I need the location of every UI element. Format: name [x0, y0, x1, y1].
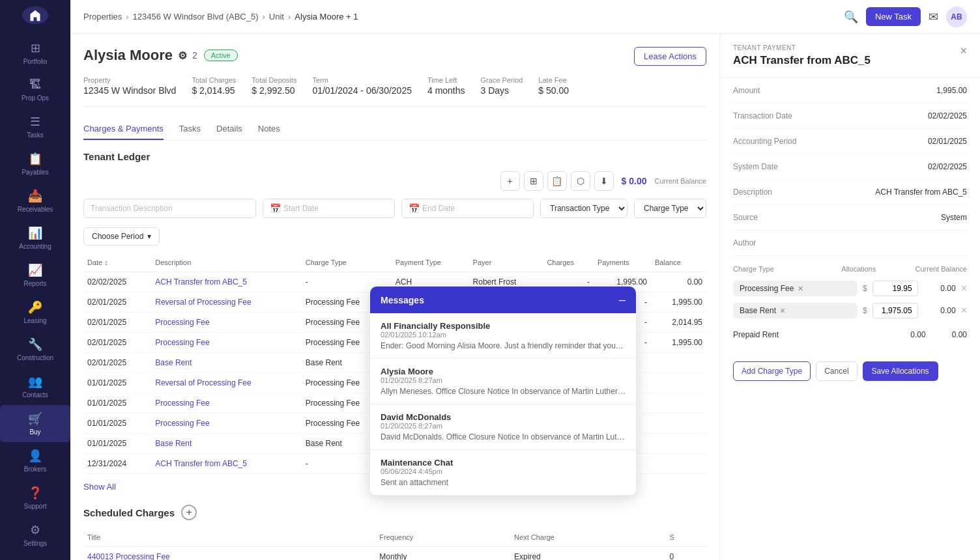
tab-notes[interactable]: Notes: [258, 119, 280, 140]
messages-close-button[interactable]: –: [619, 293, 626, 307]
panel-title: ACH Transfer from ABC_5: [733, 54, 871, 67]
col-payments: Payments: [594, 253, 651, 272]
right-panel-header: TENANT PAYMENT ACH Transfer from ABC_5 ×: [720, 34, 980, 78]
transaction-type-select[interactable]: Transaction Type: [540, 199, 627, 218]
alloc-remove-processing-fee[interactable]: ×: [798, 283, 803, 294]
detail-row: Author: [733, 231, 967, 256]
ledger-desc-link[interactable]: ACH Transfer from ABC_5: [155, 277, 247, 287]
ledger-title: Tenant Ledger: [83, 151, 706, 162]
col-sc-frequency: Frequency: [375, 528, 510, 547]
sidebar-item-prop-ops[interactable]: 🏗 Prop Ops: [0, 72, 70, 108]
panel-close-button[interactable]: ×: [960, 44, 967, 58]
list-item[interactable]: Maintenance Chat 05/06/2024 4:45pm Sent …: [370, 450, 636, 496]
cancel-button[interactable]: Cancel: [816, 361, 857, 381]
charge-type-select[interactable]: Charge Type: [634, 199, 706, 218]
ledger-desc-link[interactable]: Processing Fee: [155, 338, 209, 347]
sidebar-item-settings[interactable]: ⚙ Settings: [0, 516, 70, 553]
action-btn-4[interactable]: ⬡: [571, 171, 590, 191]
action-btn-5[interactable]: ⬇: [594, 171, 614, 191]
search-button[interactable]: 🔍: [844, 10, 858, 24]
alloc-row-processing-fee: Processing Fee × $ 0.00 ×: [733, 281, 967, 296]
sidebar-item-reports[interactable]: 📈 Reports: [0, 257, 70, 294]
sidebar-item-construction[interactable]: 🔧 Construction: [0, 331, 70, 368]
sidebar: ⊞ Portfolio 🏗 Prop Ops ☰ Tasks 📋 Payable…: [0, 0, 70, 560]
alloc-tag-processing-fee: Processing Fee ×: [733, 281, 857, 296]
panel-label: TENANT PAYMENT: [733, 44, 871, 51]
add-scheduled-button[interactable]: +: [181, 505, 197, 520]
alloc-delete-base-rent[interactable]: ×: [961, 305, 967, 316]
sidebar-item-payables[interactable]: 📋 Payables: [0, 145, 70, 182]
col-sc-title: Title: [83, 528, 375, 547]
new-task-button[interactable]: New Task: [866, 7, 921, 26]
stat-total-deposits: Total Deposits $ 2,992.50: [252, 76, 296, 96]
start-date-input[interactable]: [283, 204, 388, 213]
sidebar-item-buy[interactable]: 🛒 Buy: [0, 405, 70, 442]
tab-details[interactable]: Details: [216, 119, 242, 140]
detail-row: Accounting Period 02/01/2025: [733, 129, 967, 154]
ledger-desc-link[interactable]: Processing Fee: [155, 318, 209, 327]
ledger-desc-link[interactable]: ACH Transfer from ABC_5: [155, 459, 247, 468]
lease-actions-button[interactable]: Lease Actions: [634, 47, 706, 66]
messages-header: Messages –: [370, 287, 636, 313]
messages-title: Messages: [381, 295, 424, 305]
icon-actions: + ⊞ 📋 ⬡ ⬇: [500, 171, 614, 191]
ledger-desc-link[interactable]: Base Rent: [155, 358, 192, 367]
avatar[interactable]: AB: [946, 7, 967, 27]
action-btn-1[interactable]: +: [500, 171, 520, 191]
stat-property: Property 12345 W Windsor Blvd: [83, 76, 176, 96]
list-item[interactable]: David McDonalds 01/20/2025 8:27am David …: [370, 404, 636, 450]
scheduled-table: Title Frequency Next Charge S 440013 Pro…: [83, 528, 706, 560]
breadcrumb-current: Alysia Moore + 1: [295, 12, 358, 21]
panel-allocations: Charge Type Allocations Current Balance …: [720, 256, 980, 354]
add-charge-type-button[interactable]: Add Charge Type: [733, 361, 811, 381]
alloc-remove-base-rent[interactable]: ×: [780, 305, 785, 316]
ledger-desc-link[interactable]: Processing Fee: [155, 419, 209, 428]
breadcrumb-properties[interactable]: Properties: [83, 12, 122, 21]
alloc-amount-processing-fee[interactable]: [872, 281, 918, 296]
breadcrumb-property[interactable]: 123456 W Windsor Blvd (ABC_5): [133, 12, 259, 21]
sidebar-item-tasks[interactable]: ☰ Tasks: [0, 108, 70, 145]
description-input[interactable]: [83, 199, 256, 218]
detail-row: Description ACH Transfer from ABC_5: [733, 180, 967, 205]
action-btn-2[interactable]: ⊞: [524, 171, 543, 191]
alloc-amount-base-rent[interactable]: [872, 303, 918, 318]
list-item[interactable]: All Financially Responsible 02/01/2025 1…: [370, 313, 636, 359]
sidebar-item-contacts[interactable]: 👥 Contacts: [0, 368, 70, 405]
action-btn-3[interactable]: 📋: [547, 171, 567, 191]
col-sc-s: S: [665, 528, 706, 547]
tab-tasks[interactable]: Tasks: [179, 119, 201, 140]
balance-row: + ⊞ 📋 ⬡ ⬇ $ 0.00 Current Balance: [83, 171, 706, 191]
period-button[interactable]: Choose Period ▾: [83, 227, 160, 245]
stat-grace-period: Grace Period 3 Days: [481, 76, 523, 96]
stat-total-charges: Total Charges $ 2,014.95: [192, 76, 236, 96]
sidebar-item-accounting[interactable]: 📊 Accounting: [0, 219, 70, 257]
sidebar-item-brokers[interactable]: 👤 Brokers: [0, 442, 70, 479]
sidebar-item-leasing[interactable]: 🔑 Leasing: [0, 294, 70, 331]
scheduled-title-link[interactable]: 440013 Processing Fee: [87, 552, 170, 560]
ledger-desc-link[interactable]: Reversal of Processing Fee: [155, 378, 251, 387]
col-date: Date ↕: [83, 253, 151, 272]
sidebar-item-support[interactable]: ❓ Support: [0, 479, 70, 516]
list-item[interactable]: Alysia Moore 01/20/2025 8:27am Allyn Men…: [370, 359, 636, 404]
allocations-header: Charge Type Allocations Current Balance: [733, 265, 967, 275]
prepaid-row: Prepaid Rent 0.00 0.00: [733, 325, 967, 344]
mail-button[interactable]: ✉: [929, 10, 938, 24]
stats-row: Property 12345 W Windsor Blvd Total Char…: [83, 76, 706, 107]
messages-list: All Financially Responsible 02/01/2025 1…: [370, 313, 636, 496]
sidebar-item-portfolio[interactable]: ⊞ Portfolio: [0, 35, 70, 72]
construction-icon: 🔧: [28, 337, 42, 352]
ledger-desc-link[interactable]: Base Rent: [155, 439, 192, 448]
ledger-desc-link[interactable]: Reversal of Processing Fee: [155, 298, 251, 307]
breadcrumb-unit[interactable]: Unit: [269, 12, 284, 21]
end-date-input[interactable]: [422, 204, 526, 213]
sort-icon: ↕: [104, 259, 108, 266]
sidebar-item-receivables[interactable]: 📥 Receivables: [0, 182, 70, 219]
payables-icon: 📋: [28, 152, 42, 166]
ledger-desc-link[interactable]: Processing Fee: [155, 399, 209, 408]
show-all-link[interactable]: Show All: [83, 482, 116, 492]
tab-charges[interactable]: Charges & Payments: [83, 119, 164, 140]
save-allocations-button[interactable]: Save Allocations: [863, 361, 938, 381]
prop-ops-icon: 🏗: [29, 78, 41, 92]
alloc-delete-processing-fee[interactable]: ×: [961, 283, 967, 294]
tenant-header: Alysia Moore ⚙ 2 Active Lease Actions: [83, 47, 706, 66]
